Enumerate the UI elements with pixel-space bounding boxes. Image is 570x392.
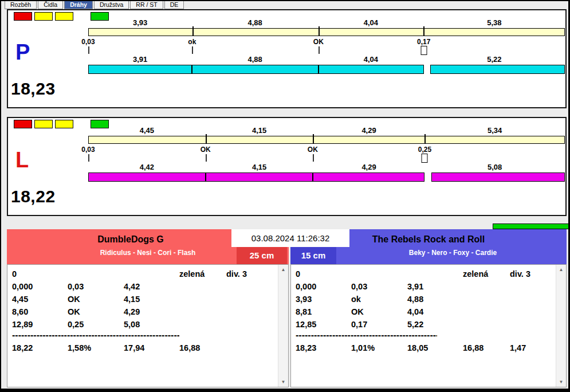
table-cell (226, 305, 277, 318)
table-cell: 18,23 (296, 342, 351, 354)
table-cell: 5,08 (124, 318, 179, 331)
table-row: 4,45 OK 4,15 (12, 293, 277, 305)
scroll-up-icon[interactable]: ▲ (556, 265, 566, 275)
red-light-icon (14, 12, 32, 21)
change-label: ok (188, 38, 196, 46)
change-label: 0,25 (418, 146, 431, 154)
split-times-row: 4,45 4,15 4,29 5,34 (88, 126, 565, 134)
tab-de[interactable]: DE (164, 1, 184, 9)
lane-panel-l: L 18,22 4,45 4,15 4,29 5,34 0,03 OK OK 0… (7, 117, 567, 216)
yellow-light-icon (34, 120, 53, 128)
results-list[interactable]: 0 zelená div. 3 0,000 0,03 3,91 3,93 ok … (290, 264, 567, 387)
segment-scale-bar (88, 28, 565, 36)
table-row: 12,89 0,25 5,08 (12, 318, 277, 331)
table-row: 0,000 0,03 3,91 (296, 280, 555, 293)
table-cell (463, 280, 510, 293)
table-cell (510, 293, 555, 305)
table-cell: 0 (296, 268, 351, 280)
table-cell: 0,03 (68, 280, 124, 293)
table-cell (407, 268, 463, 280)
table-cell: zelená (463, 268, 510, 280)
tick-mark (88, 46, 89, 54)
table-cell (226, 293, 277, 305)
dog-times-row: 3,91 4,88 4,04 5,22 (88, 55, 565, 63)
dog-time: 4,29 (361, 163, 376, 171)
split-time: 4,45 (140, 126, 154, 135)
split-time: 4,88 (248, 18, 262, 27)
vertical-scrollbar[interactable]: ▲ ▼ (556, 265, 566, 387)
scroll-up-icon[interactable]: ▲ (278, 265, 288, 275)
table-cell: 8,81 (296, 305, 351, 318)
table-cell: 3,93 (296, 293, 351, 305)
totals-row: 18,22 1,58% 17,94 16,88 (12, 342, 277, 354)
change-label: 0,03 (81, 146, 95, 154)
table-row: 12,85 0,17 5,22 (296, 318, 555, 331)
scroll-down-icon[interactable]: ▼ (278, 377, 288, 387)
table-cell: div. 3 (510, 268, 555, 280)
yellow-light-icon (55, 12, 73, 21)
tick-mark (206, 154, 207, 162)
table-cell: 4,45 (12, 293, 68, 305)
table-cell (179, 305, 226, 318)
table-cell: 17,94 (124, 342, 179, 354)
scroll-down-icon[interactable]: ▼ (556, 377, 566, 387)
lane-progress-bar (88, 65, 565, 74)
split-times-row: 3,93 4,88 4,04 5,38 (88, 18, 565, 26)
tab-cidla[interactable]: Čidla (38, 1, 63, 9)
table-cell: ok (351, 293, 407, 305)
split-time: 4,04 (364, 18, 378, 27)
timing-bar-area: 4,45 4,15 4,29 5,34 0,03 OK OK 0,25 4,42… (88, 118, 565, 215)
table-cell (351, 268, 407, 280)
lane-total-time: 18,23 (11, 79, 56, 99)
app-window: Rozběh Čidla Dráhy Družstva RR / ST DE P… (0, 0, 570, 392)
table-cell: 5,22 (407, 318, 463, 331)
table-cell (179, 280, 226, 293)
dog-times-row: 4,42 4,15 4,29 5,08 (88, 163, 565, 171)
team-panel-right: The Rebels Rock and Roll Beky - Nero - F… (290, 229, 567, 387)
change-labels-row: 0,03 ok OK 0,17 (88, 38, 565, 46)
tab-strip: Rozběh Čidla Dráhy Družstva RR / ST DE (5, 1, 184, 9)
table-cell (510, 280, 555, 293)
change-labels-row: 0,03 OK OK 0,25 (88, 146, 565, 154)
green-indicator-strip (493, 224, 569, 229)
table-cell: 0,03 (351, 280, 407, 293)
table-cell: 16,88 (179, 342, 226, 354)
table-cell: OK (351, 305, 407, 318)
jump-height-badge: 15 cm (290, 246, 336, 264)
table-cell: zelená (179, 268, 226, 280)
dog-time: 4,88 (248, 55, 262, 64)
tab-rr-st[interactable]: RR / ST (130, 1, 163, 9)
change-label: OK (201, 146, 211, 154)
table-cell: 0,000 (12, 280, 68, 293)
team-panel-left: DumbleDogs G Ridiculus - Nesi - Cori - F… (7, 229, 289, 387)
totals-row: 18,23 1,01% 18,05 16,88 1,47 (296, 342, 555, 354)
table-cell: 18,05 (407, 342, 463, 354)
table-cell (226, 318, 277, 331)
table-cell: 3,91 (407, 280, 463, 293)
table-row: 0,000 0,03 4,42 (12, 280, 277, 293)
split-time: 4,29 (361, 126, 376, 135)
dog-time: 4,15 (252, 163, 266, 171)
vertical-scrollbar[interactable]: ▲ ▼ (278, 265, 288, 387)
split-time: 5,38 (487, 18, 501, 27)
tab-rozbeh[interactable]: Rozběh (5, 1, 37, 9)
table-cell: 8,60 (12, 305, 68, 318)
dog-time: 3,91 (133, 55, 147, 64)
table-cell: 4,04 (407, 305, 463, 318)
table-cell: 0,25 (68, 318, 124, 331)
table-cell (463, 318, 510, 331)
table-cell: 12,89 (12, 318, 68, 331)
lane-letter: L (15, 149, 29, 171)
table-row: 8,60 OK 4,29 (12, 305, 277, 318)
split-time: 3,93 (133, 18, 147, 27)
table-cell: OK (68, 305, 124, 318)
results-list[interactable]: 0 zelená div. 3 0,000 0,03 4,42 4,45 OK … (7, 264, 289, 387)
tab-drahy[interactable]: Dráhy (64, 1, 93, 9)
lane-progress-bar (88, 173, 565, 182)
table-cell: div. 3 (226, 268, 277, 280)
table-cell: 1,58% (68, 342, 124, 354)
table-cell (463, 305, 510, 318)
table-cell (463, 293, 510, 305)
tab-druzstva[interactable]: Družstva (94, 1, 129, 9)
table-cell: 1,01% (351, 342, 407, 354)
